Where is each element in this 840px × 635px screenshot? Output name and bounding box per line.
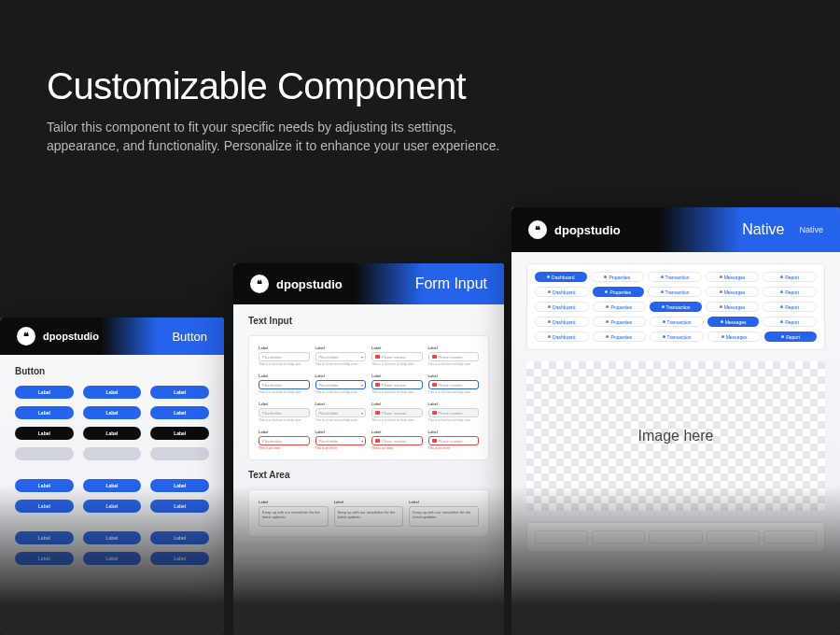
button-sample[interactable]: Label (83, 406, 142, 419)
input-cell: Label Placeholder This is an error (259, 430, 310, 450)
button-sample[interactable]: Label (15, 479, 74, 492)
tab-properties[interactable]: Properties (591, 272, 645, 282)
tab-report[interactable]: Report (764, 332, 817, 342)
input-label: Label (259, 374, 310, 378)
button-sample[interactable]: Label (150, 479, 209, 492)
flag-icon (375, 355, 380, 359)
button-sample[interactable]: Label (150, 406, 209, 419)
input-label: Label (371, 402, 423, 406)
button-sample[interactable]: Label (150, 386, 209, 399)
tab-messages[interactable]: Messages (706, 287, 760, 297)
placeholder-box (535, 530, 588, 543)
button-sample[interactable]: Label (15, 406, 74, 419)
dot-icon (663, 335, 665, 338)
tab-dashboard[interactable]: Dashboard (535, 302, 589, 312)
tab-report[interactable]: Report (763, 272, 817, 282)
text-input[interactable]: Placeholder (259, 352, 310, 361)
input-label: Label (371, 430, 423, 434)
button-sample[interactable]: Label (15, 427, 74, 440)
button-sample[interactable]: Label (150, 531, 209, 544)
textarea-panel: Label Keep up with our newsletter for th… (248, 489, 489, 537)
card-header-right: Native Native (742, 221, 823, 238)
input-cell: Label Phone number This is a hint text t… (371, 374, 423, 394)
phone-input-error[interactable]: Phone number (428, 436, 480, 445)
button-sample[interactable]: Label (150, 500, 209, 513)
tab-messages[interactable]: Messages (706, 272, 760, 282)
phone-input-focused[interactable]: Phone number (371, 380, 423, 389)
dot-icon (548, 335, 551, 338)
text-input-focused[interactable]: Placeholder (259, 380, 310, 389)
input-label: Label (428, 374, 480, 378)
tab-messages[interactable]: Messages (707, 317, 760, 327)
dot-icon (780, 320, 783, 323)
tab-report[interactable]: Report (763, 317, 817, 327)
input-label: Label (371, 346, 423, 350)
button-sample[interactable]: Label (150, 552, 209, 565)
tab-dashboard[interactable]: Dashboard (535, 332, 589, 342)
input-label: Label (334, 500, 404, 504)
tab-messages[interactable]: Messages (707, 332, 762, 342)
input-label: Label (428, 430, 480, 434)
tab-report[interactable]: Report (763, 302, 817, 312)
card-subtitle: Native (799, 225, 823, 234)
dot-icon (606, 320, 609, 323)
dot-icon (661, 290, 664, 293)
brand-name: dpopstudio (276, 277, 343, 291)
tab-transaction[interactable]: Transaction (648, 287, 702, 297)
input-hint: This is a hint text to help user (259, 418, 310, 422)
button-sample-disabled (15, 447, 74, 460)
phone-input-error[interactable]: Phone number (371, 436, 423, 445)
nav-row: Dashboard Properties Transaction Message… (535, 272, 817, 282)
tab-transaction[interactable]: Transaction (650, 332, 704, 342)
button-sample[interactable]: Label (83, 552, 142, 565)
button-sample[interactable]: Label (15, 386, 74, 399)
quote-icon: ❝ (17, 327, 35, 346)
tab-transaction[interactable]: Transaction (648, 272, 702, 282)
input-label: Label (315, 346, 367, 350)
input-hint: This is a hint text to help user (428, 418, 480, 422)
textarea[interactable]: Keep up with our newsletter for the late… (334, 506, 404, 527)
tab-dashboard[interactable]: Dashboard (535, 317, 589, 327)
tab-properties[interactable]: Properties (593, 287, 645, 297)
input-cell: Label Placeholder This is a hint text to… (259, 374, 310, 394)
tab-report[interactable]: Report (763, 287, 817, 297)
button-sample[interactable]: Label (83, 500, 142, 513)
phone-input[interactable]: Phone number (428, 352, 480, 361)
card-header: ❝ dpopstudio Button (0, 318, 224, 355)
button-sample[interactable]: Label (15, 531, 74, 544)
button-sample[interactable]: Label (83, 427, 142, 440)
input-cell: Label Placeholder This is a hint text to… (259, 402, 310, 422)
input-hint: This is a hint text to help user (428, 362, 480, 366)
dot-icon (720, 290, 722, 293)
tab-messages[interactable]: Messages (706, 302, 760, 312)
input-cell: Label Phone number This is an error (428, 430, 480, 450)
button-sample[interactable]: Label (150, 427, 209, 440)
text-input[interactable]: Placeholder▾ (315, 352, 367, 361)
textarea[interactable]: Keep up with our newsletter for the late… (409, 506, 479, 527)
input-label: Label (428, 346, 480, 350)
phone-input-focused[interactable]: Phone number (428, 380, 480, 389)
tab-properties[interactable]: Properties (593, 302, 647, 312)
image-placeholder: Image here (526, 361, 825, 511)
phone-input[interactable]: Phone number (371, 352, 423, 361)
text-input-focused[interactable]: Placeholder▾ (315, 380, 367, 389)
button-sample[interactable]: Label (15, 552, 74, 565)
tab-transaction[interactable]: Transaction (650, 317, 704, 327)
input-cell: Label Phone number This is a hint text t… (371, 346, 423, 366)
button-sample[interactable]: Label (83, 531, 142, 544)
textarea[interactable]: Keep up with our newsletter for the late… (259, 506, 329, 527)
tab-transaction[interactable]: Transaction (650, 302, 702, 312)
input-cell: Label Placeholder This is a hint text to… (259, 346, 310, 366)
button-sample[interactable]: Label (83, 479, 142, 492)
input-label: Label (371, 374, 423, 378)
card-button: ❝ dpopstudio Button Button Label Label L… (0, 318, 224, 635)
text-input-error[interactable]: Placeholder▾ (315, 436, 367, 445)
text-input-error[interactable]: Placeholder (259, 436, 310, 445)
tab-properties[interactable]: Properties (593, 332, 647, 342)
button-sample[interactable]: Label (15, 500, 74, 513)
tab-dashboard[interactable]: Dashboard (535, 287, 589, 297)
tab-properties[interactable]: Properties (593, 317, 647, 327)
button-sample[interactable]: Label (83, 386, 142, 399)
tab-dashboard[interactable]: Dashboard (535, 272, 587, 282)
text-input-disabled: Placeholder▾ (315, 408, 367, 417)
